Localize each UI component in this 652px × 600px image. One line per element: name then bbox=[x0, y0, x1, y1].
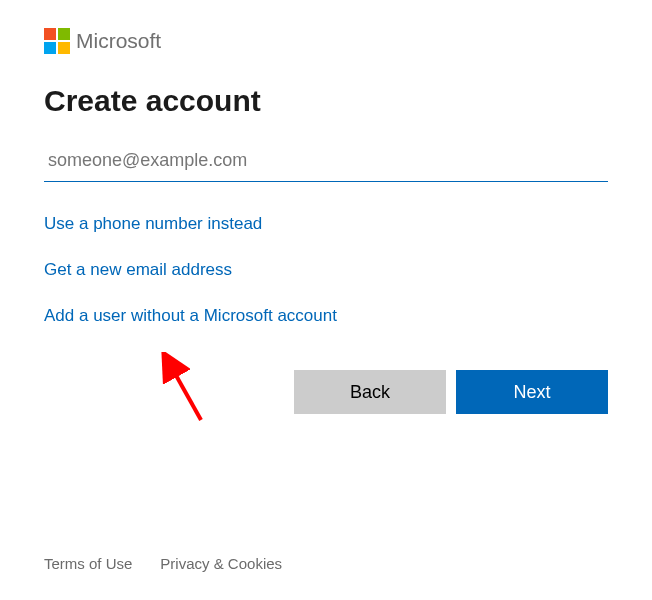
footer: Terms of Use Privacy & Cookies bbox=[44, 555, 282, 572]
page-title: Create account bbox=[44, 84, 608, 118]
back-button[interactable]: Back bbox=[294, 370, 446, 414]
next-button[interactable]: Next bbox=[456, 370, 608, 414]
use-phone-link[interactable]: Use a phone number instead bbox=[44, 214, 608, 234]
brand-row: Microsoft bbox=[44, 28, 608, 54]
svg-rect-2 bbox=[44, 42, 56, 54]
privacy-link[interactable]: Privacy & Cookies bbox=[160, 555, 282, 572]
svg-rect-3 bbox=[58, 42, 70, 54]
terms-link[interactable]: Terms of Use bbox=[44, 555, 132, 572]
microsoft-logo-icon bbox=[44, 28, 70, 54]
svg-rect-1 bbox=[58, 28, 70, 40]
new-email-link[interactable]: Get a new email address bbox=[44, 260, 608, 280]
brand-name: Microsoft bbox=[76, 29, 161, 53]
create-account-panel: Microsoft Create account Use a phone num… bbox=[0, 0, 652, 414]
email-input[interactable] bbox=[44, 144, 608, 182]
no-account-link[interactable]: Add a user without a Microsoft account bbox=[44, 306, 608, 326]
svg-rect-0 bbox=[44, 28, 56, 40]
button-row: Back Next bbox=[44, 370, 608, 414]
